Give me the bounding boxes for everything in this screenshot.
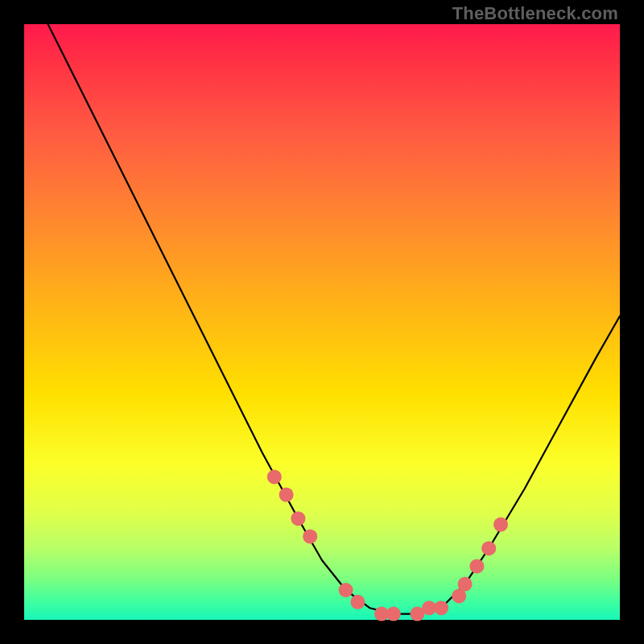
highlight-point bbox=[267, 469, 282, 484]
highlight-point bbox=[469, 559, 484, 573]
highlight-point bbox=[291, 511, 305, 526]
highlight-point bbox=[339, 583, 353, 597]
highlight-point bbox=[434, 601, 448, 615]
highlight-point bbox=[458, 577, 473, 592]
bottleneck-curve bbox=[48, 24, 620, 614]
highlight-point bbox=[493, 518, 508, 532]
chart-svg bbox=[0, 0, 644, 644]
highlight-point bbox=[386, 607, 401, 621]
marker-layer bbox=[267, 469, 508, 621]
highlight-point bbox=[279, 488, 294, 502]
highlight-point bbox=[350, 595, 365, 609]
highlight-point bbox=[303, 529, 317, 543]
curve-layer bbox=[48, 24, 620, 614]
highlight-point bbox=[481, 541, 496, 555]
